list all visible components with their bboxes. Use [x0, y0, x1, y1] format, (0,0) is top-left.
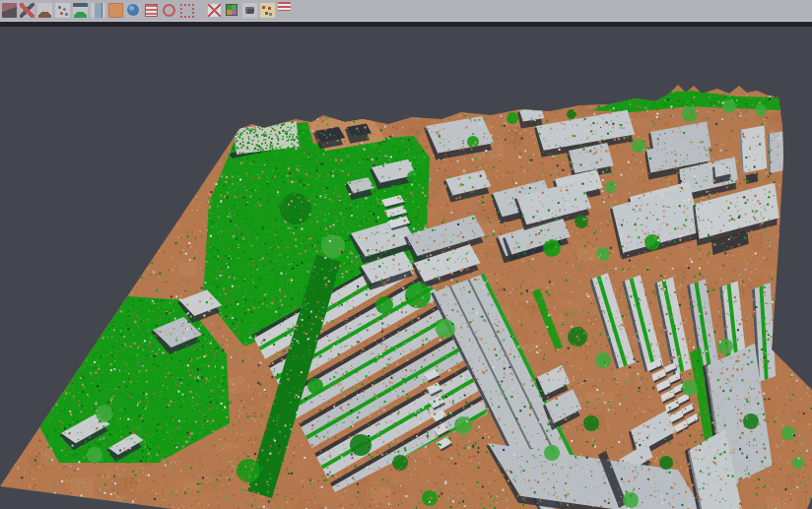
point-cloud-viewer-window — [0, 0, 812, 509]
globe-icon[interactable] — [126, 3, 141, 18]
ground-class-icon[interactable] — [108, 3, 123, 18]
zoom-extents-icon[interactable] — [179, 3, 194, 18]
layers-icon[interactable] — [144, 3, 159, 18]
terrain-icon[interactable] — [37, 3, 52, 18]
profile-icon[interactable] — [91, 3, 105, 18]
toolbar — [0, 0, 812, 22]
annotations-icon[interactable] — [260, 3, 275, 18]
import-cloud-icon[interactable] — [2, 3, 17, 18]
move-tool-icon[interactable] — [20, 3, 34, 18]
classification-palette-icon[interactable] — [225, 3, 239, 18]
flag-icon[interactable] — [278, 2, 291, 11]
circle-select-icon[interactable] — [162, 3, 176, 18]
vegetation-icon[interactable] — [73, 3, 88, 18]
3d-viewport[interactable] — [0, 27, 812, 509]
clear-selection-icon[interactable] — [207, 3, 222, 18]
point-cloud-render[interactable] — [0, 27, 812, 509]
points-icon[interactable] — [55, 3, 70, 18]
camera-icon[interactable] — [242, 3, 257, 18]
